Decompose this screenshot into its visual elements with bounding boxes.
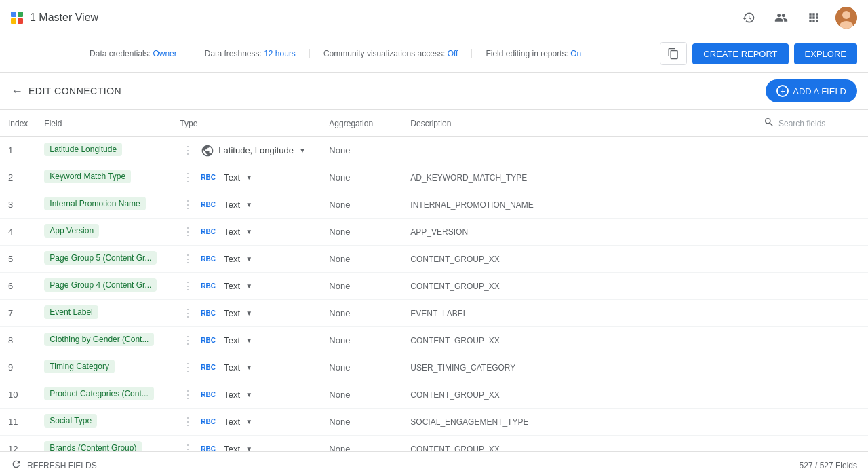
dots-menu[interactable]: ⋮: [180, 305, 197, 321]
aggregation-value: None: [329, 417, 350, 427]
field-chip[interactable]: Brands (Content Group): [44, 441, 142, 451]
refresh-icon: [11, 459, 22, 472]
cell-description: SOCIAL_ENGAGEMENT_TYPE: [402, 409, 868, 436]
dots-menu[interactable]: ⋮: [180, 360, 197, 375]
explore-button[interactable]: EXPLORE: [794, 43, 857, 64]
dots-menu[interactable]: ⋮: [180, 251, 197, 267]
type-dropdown[interactable]: ▼: [245, 309, 252, 317]
cell-field: Social Type: [36, 409, 172, 436]
dots-menu[interactable]: ⋮: [180, 414, 197, 430]
dots-menu[interactable]: ⋮: [180, 197, 197, 212]
type-dropdown[interactable]: ▼: [299, 147, 306, 154]
dots-menu[interactable]: ⋮: [180, 387, 197, 402]
cell-index: 11: [0, 409, 36, 436]
cell-aggregation: None: [321, 273, 402, 300]
rbc-icon: RBC: [201, 255, 220, 263]
copy-button[interactable]: [660, 42, 687, 65]
type-dropdown[interactable]: ▼: [245, 201, 252, 208]
field-chip[interactable]: Latitude Longitude: [44, 143, 122, 156]
type-dropdown[interactable]: ▼: [245, 445, 252, 451]
credentials-item: Data credentials: Owner: [76, 49, 191, 58]
dots-menu[interactable]: ⋮: [180, 333, 197, 348]
dots-menu[interactable]: ⋮: [180, 441, 197, 451]
table-body: 1Latitude Longitude ⋮ Latitude, Longitud…: [0, 137, 868, 452]
search-input[interactable]: [778, 119, 860, 128]
app-logo: [11, 12, 23, 24]
cell-description: EVENT_LABEL: [402, 300, 868, 327]
type-dropdown[interactable]: ▼: [245, 337, 252, 344]
field-chip[interactable]: Product Categories (Cont...: [44, 387, 153, 400]
cell-description: CONTENT_GROUP_XX: [402, 327, 868, 354]
description-text: INTERNAL_PROMOTION_NAME: [410, 200, 533, 210]
dots-menu[interactable]: ⋮: [180, 278, 197, 294]
cell-aggregation: None: [321, 436, 402, 452]
aggregation-value: None: [329, 227, 350, 237]
cell-field: Brands (Content Group): [36, 436, 172, 452]
rbc-icon: RBC: [201, 445, 220, 451]
back-arrow-icon[interactable]: ←: [11, 84, 23, 98]
th-description: Description: [402, 110, 868, 137]
field-chip[interactable]: Page Group 5 (Content Gr...: [44, 251, 157, 265]
cell-description: CONTENT_GROUP_XX: [402, 381, 868, 409]
refresh-button[interactable]: REFRESH FIELDS: [11, 459, 97, 472]
type-text: Text: [224, 254, 240, 264]
type-dropdown[interactable]: ▼: [245, 282, 252, 290]
community-value[interactable]: Off: [448, 49, 458, 58]
cell-aggregation: None: [321, 409, 402, 436]
globe-icon: [201, 144, 214, 157]
type-dropdown[interactable]: ▼: [245, 418, 252, 425]
grid-icon[interactable]: [803, 7, 825, 29]
cell-field: Keyword Match Type: [36, 164, 172, 191]
cell-type: ⋮ RBC Text ▼: [172, 273, 321, 300]
type-dropdown[interactable]: ▼: [245, 364, 252, 371]
type-text: Text: [224, 444, 240, 451]
field-chip[interactable]: Page Group 4 (Content Gr...: [44, 278, 157, 292]
rbc-icon: RBC: [201, 337, 220, 344]
description-text: CONTENT_GROUP_XX: [410, 444, 499, 451]
rbc-icon: RBC: [201, 418, 220, 425]
cell-aggregation: None: [321, 381, 402, 409]
history-icon[interactable]: [738, 7, 760, 29]
rbc-icon: RBC: [201, 364, 220, 371]
cell-index: 5: [0, 246, 36, 273]
edit-connection-header: ← EDIT CONNECTION + ADD A FIELD: [0, 73, 868, 110]
add-field-button[interactable]: + ADD A FIELD: [766, 79, 857, 102]
field-chip[interactable]: Event Label: [44, 305, 98, 319]
field-chip[interactable]: Timing Category: [44, 360, 115, 373]
cell-type: ⋮ RBC Text ▼: [172, 164, 321, 191]
cell-aggregation: None: [321, 137, 402, 164]
field-chip[interactable]: App Version: [44, 224, 99, 238]
field-chip[interactable]: Internal Promotion Name: [44, 197, 145, 210]
description-text: AD_KEYWORD_MATCH_TYPE: [410, 173, 527, 183]
description-text: CONTENT_GROUP_XX: [410, 390, 499, 400]
cell-index: 12: [0, 436, 36, 452]
description-text: CONTENT_GROUP_XX: [410, 282, 499, 291]
create-report-button[interactable]: CREATE REPORT: [692, 43, 788, 64]
type-text: Text: [224, 335, 240, 345]
nav-right: [738, 7, 857, 29]
field-editing-value[interactable]: On: [570, 49, 581, 58]
cell-type: ⋮ RBC Text ▼: [172, 191, 321, 219]
rbc-icon: RBC: [201, 282, 220, 290]
type-dropdown[interactable]: ▼: [245, 228, 252, 235]
dots-menu[interactable]: ⋮: [180, 224, 197, 240]
cell-field: Internal Promotion Name: [36, 191, 172, 219]
type-text: Text: [224, 417, 240, 427]
field-chip[interactable]: Keyword Match Type: [44, 170, 131, 183]
rbc-icon: RBC: [201, 309, 220, 317]
type-dropdown[interactable]: ▼: [245, 391, 252, 398]
people-icon[interactable]: [770, 7, 792, 29]
rbc-icon: RBC: [201, 201, 220, 208]
dots-menu[interactable]: ⋮: [180, 143, 197, 158]
edit-connection-title: EDIT CONNECTION: [28, 86, 121, 96]
field-chip[interactable]: Social Type: [44, 414, 97, 428]
credentials-value[interactable]: Owner: [153, 49, 176, 58]
type-dropdown[interactable]: ▼: [245, 174, 252, 181]
user-avatar[interactable]: [835, 7, 857, 29]
freshness-value[interactable]: 12 hours: [264, 49, 296, 58]
type-text: Text: [224, 200, 240, 210]
dots-menu[interactable]: ⋮: [180, 170, 197, 185]
type-dropdown[interactable]: ▼: [245, 255, 252, 263]
cell-aggregation: None: [321, 327, 402, 354]
field-chip[interactable]: Clothing by Gender (Cont...: [44, 333, 154, 346]
